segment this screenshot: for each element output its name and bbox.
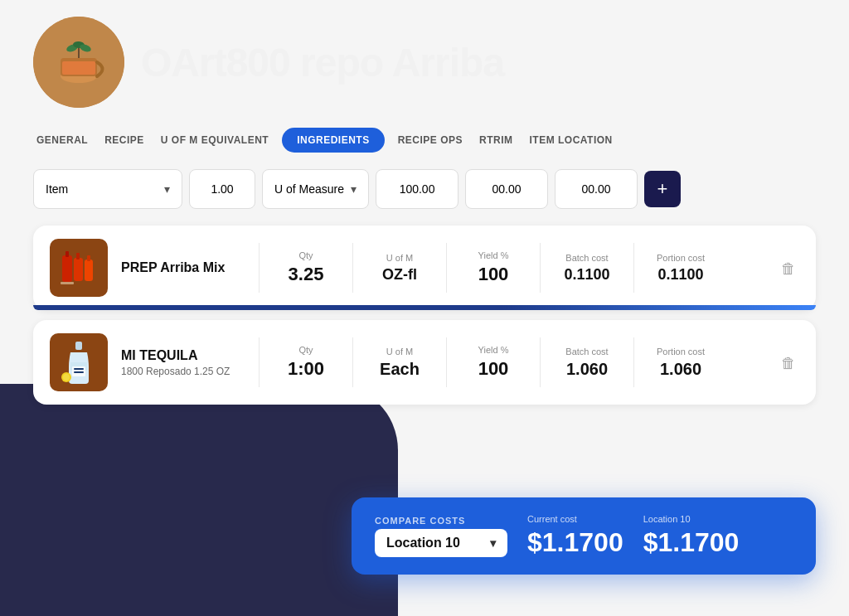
svg-rect-13 <box>87 255 90 261</box>
compare-costs-label: COMPARE COSTS <box>375 516 507 526</box>
separator-10 <box>633 337 634 387</box>
uom-chevron <box>351 182 357 196</box>
separator-2 <box>352 243 353 293</box>
svg-rect-18 <box>74 368 84 370</box>
portion-label-tequila: Portion cost <box>657 347 705 357</box>
input-row: Item 1.00 U of Measure 100.00 00.00 00.0… <box>33 169 816 209</box>
svg-rect-19 <box>74 371 84 373</box>
ingredient-card-tequila: MI TEQUILA 1800 Reposado 1.25 OZ Qty 1:0… <box>33 320 816 405</box>
stat-portion-prep: Portion cost 0.1100 <box>648 253 714 284</box>
ingredients-list: PREP Arriba Mix Qty 3.25 U of M OZ-fl Yi… <box>33 226 816 405</box>
svg-rect-8 <box>62 255 72 282</box>
tab-recipe[interactable]: RECIPE <box>101 129 148 151</box>
trash-icon-prep <box>781 259 796 277</box>
svg-rect-9 <box>65 251 69 257</box>
yield-value-tequila: 100 <box>478 358 509 380</box>
svg-rect-3 <box>62 61 95 75</box>
uom-label: U of Measure <box>274 182 344 196</box>
item-select-chevron <box>164 182 170 196</box>
separator-8 <box>446 337 447 387</box>
ingredient-name-prep: PREP Arriba Mix <box>121 259 245 275</box>
compare-chevron-icon <box>490 536 496 551</box>
svg-rect-11 <box>76 253 80 259</box>
batch-label-prep: Batch cost <box>565 253 608 263</box>
avatar <box>33 17 124 108</box>
batch-value-prep: 0.1100 <box>564 266 609 284</box>
ingredient-name-block-prep: PREP Arriba Mix <box>121 259 245 275</box>
qty-label-tequila: Qty <box>298 345 313 355</box>
svg-rect-15 <box>75 342 82 350</box>
qty-value: 1.00 <box>211 182 233 196</box>
separator-7 <box>352 337 353 387</box>
field3-value: 00.00 <box>582 182 611 196</box>
stat-uom-prep: U of M OZ-fl <box>366 253 433 284</box>
delete-prep-button[interactable] <box>778 255 799 281</box>
tab-uom[interactable]: U OF M EQUIVALENT <box>158 129 272 151</box>
field2-input[interactable]: 00.00 <box>465 169 548 209</box>
svg-rect-10 <box>74 258 83 281</box>
current-cost-label: Current cost <box>527 514 577 524</box>
separator-9 <box>540 337 541 387</box>
qty-label-prep: Qty <box>298 250 313 260</box>
item-select-label: Item <box>46 182 68 196</box>
yield-value-prep: 100 <box>478 264 509 285</box>
stat-batch-prep: Batch cost 0.1100 <box>554 253 620 284</box>
app-container: OArt800 repo Arriba GENERAL RECIPE U OF … <box>0 0 849 616</box>
item-select[interactable]: Item <box>33 169 182 209</box>
ingredient-card-prep: PREP Arriba Mix Qty 3.25 U of M OZ-fl Yi… <box>33 226 816 310</box>
ingredient-name-tequila: MI TEQUILA <box>121 347 245 363</box>
field1-value: 100.00 <box>400 182 435 196</box>
ingredient-image-tequila <box>50 333 108 391</box>
qty-input[interactable]: 1.00 <box>189 169 255 209</box>
header: OArt800 repo Arriba <box>33 17 816 108</box>
tab-rtrim[interactable]: RTRIM <box>476 129 517 151</box>
separator-1 <box>259 243 260 293</box>
uom-label-tequila: U of M <box>386 347 413 357</box>
ingredient-name-block-tequila: MI TEQUILA 1800 Reposado 1.25 OZ <box>121 347 245 376</box>
separator-4 <box>540 243 541 293</box>
portion-value-tequila: 1.060 <box>660 360 701 379</box>
compare-select-block: COMPARE COSTS Location 10 <box>375 516 507 557</box>
portion-value-prep: 0.1100 <box>657 266 703 284</box>
batch-value-tequila: 1.060 <box>566 360 608 379</box>
field2-value: 00.00 <box>492 182 522 196</box>
uom-label-prep: U of M <box>386 253 413 263</box>
stat-portion-tequila: Portion cost 1.060 <box>648 347 714 379</box>
svg-rect-14 <box>61 282 74 284</box>
separator-6 <box>259 337 260 387</box>
field1-input[interactable]: 100.00 <box>376 169 458 209</box>
compare-location-label: Location 10 <box>386 536 460 551</box>
stat-qty-tequila: Qty 1:00 <box>273 345 339 380</box>
tab-general[interactable]: GENERAL <box>33 129 91 151</box>
uom-value-prep: OZ-fl <box>382 266 417 284</box>
location-cost-label: Location 10 <box>643 514 691 524</box>
stat-yield-tequila: Yield % 100 <box>460 345 526 380</box>
stat-batch-tequila: Batch cost 1.060 <box>554 347 620 379</box>
svg-rect-12 <box>85 259 93 281</box>
qty-value-tequila: 1:00 <box>288 358 324 380</box>
uom-select[interactable]: U of Measure <box>262 169 369 209</box>
svg-point-21 <box>63 374 70 381</box>
stat-uom-tequila: U of M Each <box>366 347 433 379</box>
batch-label-tequila: Batch cost <box>565 347 608 357</box>
stat-qty-prep: Qty 3.25 <box>273 250 339 285</box>
stat-yield-prep: Yield % 100 <box>460 250 526 285</box>
current-cost-block: Current cost $1.1700 <box>527 514 623 558</box>
ingredient-image-prep <box>50 239 108 297</box>
location-cost-value: $1.1700 <box>643 527 740 558</box>
compare-costs-panel: COMPARE COSTS Location 10 Current cost $… <box>352 497 816 575</box>
separator-3 <box>446 243 447 293</box>
tab-recipe-op[interactable]: RECIPE OPS <box>395 129 466 151</box>
ingredient-subtitle-tequila: 1800 Reposado 1.25 OZ <box>121 366 245 377</box>
tab-ingredients[interactable]: INGREDIENTS <box>282 128 385 153</box>
yield-label-tequila: Yield % <box>478 345 509 355</box>
nav-tabs: GENERAL RECIPE U OF M EQUIVALENT INGREDI… <box>33 128 816 153</box>
field3-input[interactable]: 00.00 <box>555 169 638 209</box>
portion-label-prep: Portion cost <box>657 253 705 263</box>
qty-value-prep: 3.25 <box>289 264 324 285</box>
compare-location-select[interactable]: Location 10 <box>375 529 507 557</box>
add-ingredient-button[interactable]: + <box>644 171 681 207</box>
delete-tequila-button[interactable] <box>778 350 799 376</box>
tab-item-location[interactable]: ITEM LOCATION <box>526 129 616 151</box>
accent-bar-prep <box>33 305 816 310</box>
